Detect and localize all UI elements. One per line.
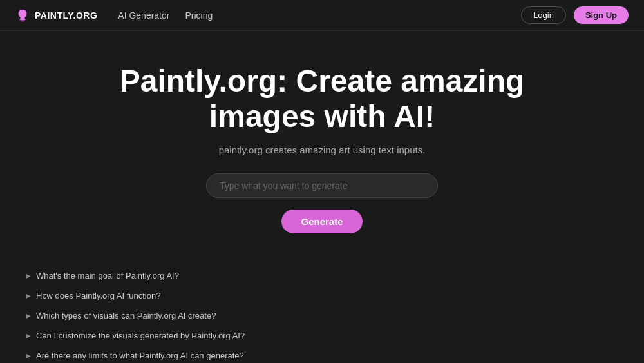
- faq-item-text: How does Paintly.org AI function?: [36, 291, 160, 300]
- faq-arrow-icon: ▶: [26, 352, 31, 359]
- faq-arrow-icon: ▶: [26, 332, 31, 339]
- logo[interactable]: PAINTLY.ORG: [15, 8, 97, 23]
- login-button[interactable]: Login: [521, 6, 566, 24]
- signup-button[interactable]: Sign Up: [574, 6, 629, 24]
- faq-item[interactable]: ▶How does Paintly.org AI function?: [26, 286, 618, 306]
- prompt-input[interactable]: [220, 181, 424, 191]
- hero-section: Paintly.org: Create amazing images with …: [0, 31, 644, 246]
- faq-arrow-icon: ▶: [26, 312, 31, 319]
- faq-item-text: What's the main goal of Paintly.org AI?: [36, 271, 179, 280]
- faq-item-text: Which types of visuals can Paintly.org A…: [36, 311, 216, 320]
- faq-arrow-icon: ▶: [26, 292, 31, 299]
- faq-item[interactable]: ▶What's the main goal of Paintly.org AI?: [26, 266, 618, 286]
- hero-title: Paintly.org: Create amazing images with …: [97, 63, 547, 134]
- faq-item[interactable]: ▶Which types of visuals can Paintly.org …: [26, 306, 618, 326]
- faq-section: ▶What's the main goal of Paintly.org AI?…: [0, 253, 644, 363]
- navbar-left: PAINTLY.ORG AI Generator Pricing: [15, 8, 213, 23]
- generate-button[interactable]: Generate: [281, 210, 362, 233]
- faq-item[interactable]: ▶Are there any limits to what Paintly.or…: [26, 346, 618, 363]
- nav-link-pricing[interactable]: Pricing: [185, 10, 213, 21]
- faq-item[interactable]: ▶Can I customize the visuals generated b…: [26, 326, 618, 346]
- faq-arrow-icon: ▶: [26, 272, 31, 279]
- navbar: PAINTLY.ORG AI Generator Pricing Login S…: [0, 0, 644, 31]
- nav-links: AI Generator Pricing: [118, 10, 213, 21]
- nav-link-ai-generator[interactable]: AI Generator: [118, 10, 169, 21]
- faq-item-text: Can I customize the visuals generated by…: [36, 331, 245, 340]
- faq-item-text: Are there any limits to what Paintly.org…: [36, 351, 244, 360]
- faq-list: ▶What's the main goal of Paintly.org AI?…: [26, 266, 618, 363]
- navbar-right: Login Sign Up: [521, 6, 629, 24]
- prompt-input-container: [206, 173, 438, 198]
- logo-text: PAINTLY.ORG: [35, 10, 97, 21]
- hero-subtitle: paintly.org creates amazing art using te…: [219, 144, 426, 155]
- logo-icon: [15, 8, 30, 23]
